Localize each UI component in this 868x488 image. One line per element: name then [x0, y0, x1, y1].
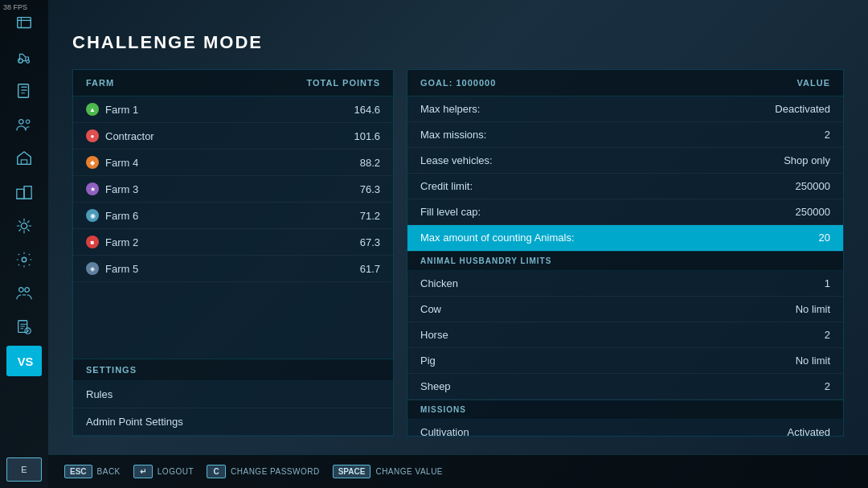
toolbar-label: CHANGE VALUE — [375, 467, 443, 476]
tractor-icon — [15, 48, 33, 66]
goal-value: 20 — [819, 232, 830, 244]
goal-section-divider: ANIMAL HUSBANDRY LIMITS — [407, 251, 843, 271]
points-col-header: TOTAL POINTS — [307, 78, 380, 88]
key-badge[interactable]: C — [207, 465, 226, 478]
toolbar-item: C CHANGE PASSWORD — [207, 465, 320, 478]
goal-row[interactable]: Cow No limit — [407, 297, 843, 322]
sidebar-item-players[interactable] — [6, 278, 42, 309]
goal-label: Fill level cap: — [420, 206, 481, 218]
goal-row[interactable]: Pig No limit — [407, 348, 843, 374]
goal-row[interactable]: Max missions: 2 — [407, 122, 843, 148]
key-badge[interactable]: SPACE — [333, 465, 371, 478]
farm-col-header: FARM — [86, 78, 114, 88]
goal-value: 250000 — [796, 206, 830, 218]
farm-name: Farm 5 — [105, 263, 138, 275]
goal-row[interactable]: Chicken 1 — [407, 271, 843, 297]
buildings-icon — [15, 183, 33, 201]
goal-row[interactable]: Max amount of counting Animals: 20 — [407, 225, 843, 251]
farm-name: Farm 6 — [105, 210, 138, 222]
farm-table-header: FARM TOTAL POINTS — [73, 70, 393, 96]
sidebar-item-vehicles[interactable] — [6, 42, 42, 72]
goal-row[interactable]: Lease vehicles: Shop only — [407, 148, 843, 174]
goal-row[interactable]: Cultivation Activated — [407, 420, 843, 436]
goal-label: Cow — [420, 303, 441, 315]
toolbar-item: ↵ LOGOUT — [133, 465, 194, 478]
sidebar-item-equipment[interactable] — [6, 211, 42, 241]
svg-rect-3 — [18, 84, 29, 98]
svg-text:VS: VS — [18, 355, 33, 368]
svg-point-4 — [19, 120, 23, 125]
farm-name: Farm 4 — [105, 157, 138, 169]
toolbar-label: LOGOUT — [158, 467, 194, 476]
goal-col-header: GOAL: 1000000 — [420, 78, 496, 88]
goal-value: 1 — [825, 277, 830, 289]
farm-row-left: ◉ Farm 6 — [86, 209, 138, 222]
farm-row[interactable]: ■ Farm 2 67.3 — [73, 229, 393, 256]
farm-icon: ◆ — [86, 156, 99, 169]
page-title: CHALLENGE MODE — [72, 32, 844, 53]
svg-rect-7 — [17, 189, 24, 199]
sidebar-item-challenge[interactable]: VS — [6, 346, 42, 376]
svg-point-10 — [22, 257, 27, 262]
goal-value: 2 — [825, 129, 830, 141]
goal-value: No limit — [796, 355, 830, 367]
main-content: CHALLENGE MODE FARM TOTAL POINTS ▲ Farm … — [48, 0, 868, 488]
goal-label: Max amount of counting Animals: — [420, 232, 575, 244]
sidebar-item-missions[interactable] — [6, 76, 42, 106]
right-panel: GOAL: 1000000 VALUE Max helpers: Deactiv… — [407, 69, 844, 437]
farm-row[interactable]: ◈ Farm 5 61.7 — [73, 256, 393, 282]
farm-icon: ◈ — [86, 262, 99, 275]
map-icon — [15, 14, 33, 32]
farm-icon: ★ — [86, 182, 99, 195]
goal-value: Activated — [788, 426, 830, 436]
farm-icon: ◉ — [86, 209, 99, 222]
farm-name: Farm 2 — [105, 236, 138, 248]
goal-row[interactable]: Credit limit: 250000 — [407, 174, 843, 199]
farm-points: 71.2 — [360, 210, 380, 222]
farm-row-left: ★ Farm 3 — [86, 182, 138, 195]
svg-point-5 — [26, 120, 30, 124]
contracts-icon — [15, 318, 33, 336]
sidebar: VS E — [0, 0, 48, 488]
toolbar-item: SPACE CHANGE VALUE — [333, 465, 443, 478]
farm-row-left: ▲ Farm 1 — [86, 103, 138, 116]
settings-row[interactable]: Admin Point Settings — [73, 408, 393, 436]
farm-row-left: ◆ Farm 4 — [86, 156, 138, 169]
key-badge[interactable]: ↵ — [133, 465, 153, 478]
goal-row[interactable]: Fill level cap: 250000 — [407, 199, 843, 225]
sidebar-item-farm[interactable] — [6, 143, 42, 174]
settings-row[interactable]: Rules — [73, 381, 393, 408]
goals-list: Max helpers: Deactivated Max missions: 2… — [407, 96, 843, 436]
sidebar-item-map[interactable] — [6, 8, 42, 39]
goal-label: Cultivation — [420, 426, 469, 436]
goal-row[interactable]: Max helpers: Deactivated — [407, 96, 843, 122]
sidebar-item-settings[interactable] — [6, 244, 42, 275]
farm-row[interactable]: ★ Farm 3 76.3 — [73, 176, 393, 203]
sidebar-item-workers[interactable] — [6, 109, 42, 140]
svg-point-1 — [18, 59, 23, 64]
goal-value: 2 — [825, 329, 830, 341]
goal-label: Max missions: — [420, 129, 486, 141]
goal-row[interactable]: Horse 2 — [407, 322, 843, 348]
farm-row[interactable]: ● Contractor 101.6 — [73, 123, 393, 150]
value-col-header: VALUE — [797, 78, 830, 88]
goal-label: Horse — [420, 329, 448, 341]
workers-icon — [15, 116, 33, 133]
challenge-icon: VS — [15, 352, 33, 370]
key-badge[interactable]: ESC — [64, 465, 92, 478]
farm-name: Farm 3 — [105, 183, 138, 195]
goal-row[interactable]: Sheep 2 — [407, 374, 843, 400]
farm-row[interactable]: ◆ Farm 4 88.2 — [73, 150, 393, 176]
sidebar-item-contracts[interactable] — [6, 312, 42, 342]
farm-icon: ■ — [86, 236, 99, 248]
e-key-button[interactable]: E — [6, 457, 42, 482]
farm-row[interactable]: ◉ Farm 6 71.2 — [73, 203, 393, 229]
goal-label: Max helpers: — [420, 103, 480, 115]
goals-header: GOAL: 1000000 VALUE — [407, 70, 843, 96]
goal-label: Pig — [420, 355, 436, 367]
sidebar-item-buildings[interactable] — [6, 177, 42, 207]
goal-label: Sheep — [420, 380, 451, 392]
goal-value: 250000 — [796, 180, 830, 192]
farm-row[interactable]: ▲ Farm 1 164.6 — [73, 96, 393, 123]
toolbar-label: CHANGE PASSWORD — [231, 467, 320, 476]
